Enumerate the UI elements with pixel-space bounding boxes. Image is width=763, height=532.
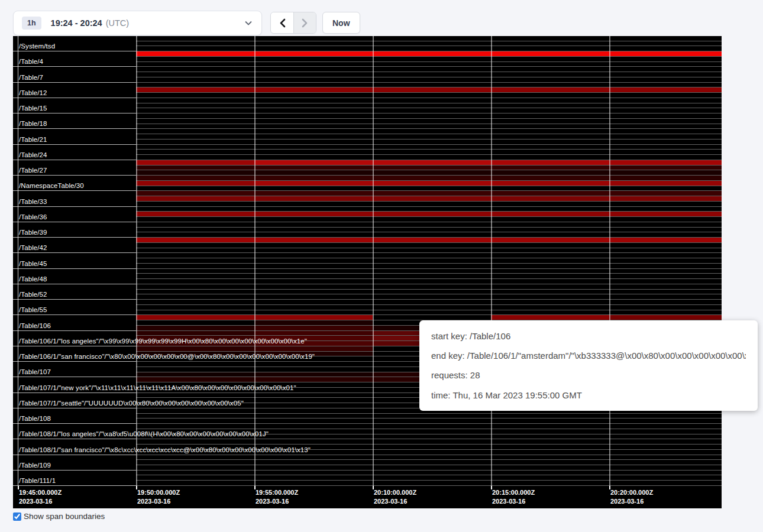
heatmap-cell[interactable] <box>609 274 722 278</box>
heatmap-row[interactable] <box>136 93 722 98</box>
heatmap-cell[interactable] <box>254 113 373 118</box>
heatmap-cell[interactable] <box>491 57 609 61</box>
heatmap-cell[interactable] <box>609 471 722 475</box>
heatmap-cell[interactable] <box>373 62 491 67</box>
heatmap-cell[interactable] <box>491 419 609 423</box>
heatmap-cell[interactable] <box>373 238 491 242</box>
heatmap-cell[interactable] <box>136 217 254 222</box>
heatmap-cell[interactable] <box>373 264 491 268</box>
heatmap-cell[interactable] <box>373 191 491 196</box>
heatmap-cell[interactable] <box>373 269 491 274</box>
heatmap-cell[interactable] <box>491 150 609 154</box>
heatmap-row[interactable] <box>136 290 722 295</box>
heatmap-cell[interactable] <box>136 207 254 212</box>
heatmap-cell[interactable] <box>136 103 254 108</box>
heatmap-cell[interactable] <box>491 108 609 113</box>
heatmap-cell[interactable] <box>254 372 373 377</box>
heatmap-row[interactable] <box>136 424 722 429</box>
heatmap-cell[interactable] <box>609 155 722 160</box>
heatmap-cell[interactable] <box>136 191 254 196</box>
heatmap-row[interactable] <box>136 67 722 72</box>
heatmap-cell[interactable] <box>373 310 491 315</box>
heatmap-cell[interactable] <box>254 232 373 237</box>
heatmap-cell[interactable] <box>254 155 373 160</box>
heatmap-cell[interactable] <box>254 300 373 304</box>
heatmap-cell[interactable] <box>254 243 373 248</box>
heatmap-cell[interactable] <box>491 98 609 103</box>
heatmap-cell[interactable] <box>254 398 373 403</box>
heatmap-cell[interactable] <box>491 160 609 165</box>
heatmap-cell[interactable] <box>136 326 254 330</box>
heatmap-row[interactable] <box>136 465 722 471</box>
heatmap-cell[interactable] <box>609 222 722 227</box>
heatmap-cell[interactable] <box>491 269 609 274</box>
heatmap-cell[interactable] <box>609 83 722 87</box>
heatmap-cell[interactable] <box>491 258 609 263</box>
heatmap-cell[interactable] <box>136 41 254 46</box>
heatmap-cell[interactable] <box>491 248 609 253</box>
heatmap-cell[interactable] <box>491 238 609 242</box>
heatmap-cell[interactable] <box>254 160 373 165</box>
heatmap-cell[interactable] <box>136 439 254 444</box>
heatmap-cell[interactable] <box>136 455 254 460</box>
heatmap-cell[interactable] <box>491 274 609 278</box>
heatmap-cell[interactable] <box>491 465 609 470</box>
heatmap-cell[interactable] <box>254 222 373 227</box>
heatmap-cell[interactable] <box>609 300 722 304</box>
next-interval-button[interactable] <box>293 12 316 33</box>
heatmap-cell[interactable] <box>254 393 373 398</box>
heatmap-row[interactable] <box>136 481 722 486</box>
heatmap-cell[interactable] <box>136 320 254 325</box>
heatmap-cell[interactable] <box>254 129 373 134</box>
heatmap-cell[interactable] <box>491 414 609 419</box>
heatmap-cell[interactable] <box>254 67 373 72</box>
heatmap-cell[interactable] <box>609 134 722 139</box>
heatmap-cell[interactable] <box>373 103 491 108</box>
heatmap-cell[interactable] <box>373 481 491 485</box>
heatmap-cell[interactable] <box>609 290 722 294</box>
heatmap-cell[interactable] <box>373 290 491 294</box>
heatmap-cell[interactable] <box>491 72 609 77</box>
heatmap-cell[interactable] <box>136 346 254 351</box>
heatmap-cell[interactable] <box>373 119 491 124</box>
heatmap-cell[interactable] <box>136 253 254 258</box>
heatmap-cell[interactable] <box>373 93 491 98</box>
heatmap-cell[interactable] <box>136 300 254 304</box>
heatmap-cell[interactable] <box>254 434 373 439</box>
heatmap-cell[interactable] <box>373 72 491 77</box>
heatmap-cell[interactable] <box>136 202 254 206</box>
heatmap-cell[interactable] <box>609 419 722 423</box>
heatmap-cell[interactable] <box>136 83 254 87</box>
heatmap-cell[interactable] <box>136 62 254 67</box>
heatmap-cell[interactable] <box>136 124 254 129</box>
heatmap-cell[interactable] <box>254 228 373 232</box>
heatmap-cell[interactable] <box>609 160 722 165</box>
heatmap-cell[interactable] <box>136 460 254 465</box>
heatmap-row[interactable] <box>136 134 722 140</box>
heatmap-cell[interactable] <box>136 155 254 160</box>
heatmap-cell[interactable] <box>609 108 722 113</box>
heatmap-cell[interactable] <box>609 450 722 455</box>
heatmap-cell[interactable] <box>373 414 491 419</box>
heatmap-cell[interactable] <box>491 305 609 310</box>
show-span-boundaries-label[interactable]: Show span boundaries <box>24 512 105 521</box>
heatmap-cell[interactable] <box>609 124 722 129</box>
heatmap-cell[interactable] <box>254 41 373 46</box>
heatmap-cell[interactable] <box>373 113 491 118</box>
heatmap-cell[interactable] <box>609 305 722 310</box>
heatmap-cell[interactable] <box>254 460 373 465</box>
heatmap-row[interactable] <box>136 315 722 320</box>
heatmap-cell[interactable] <box>609 129 722 134</box>
heatmap-cell[interactable] <box>254 103 373 108</box>
heatmap-cell[interactable] <box>609 202 722 206</box>
heatmap-cell[interactable] <box>373 207 491 212</box>
heatmap-cell[interactable] <box>373 129 491 134</box>
time-range-picker[interactable]: 1h 19:24 - 20:24 (UTC) <box>13 11 262 35</box>
heatmap-cell[interactable] <box>254 377 373 382</box>
heatmap-cell[interactable] <box>136 166 254 170</box>
heatmap-cell[interactable] <box>373 460 491 465</box>
heatmap-cell[interactable] <box>491 191 609 196</box>
heatmap-cell[interactable] <box>136 228 254 232</box>
heatmap-cell[interactable] <box>491 460 609 465</box>
heatmap-cell[interactable] <box>136 264 254 268</box>
